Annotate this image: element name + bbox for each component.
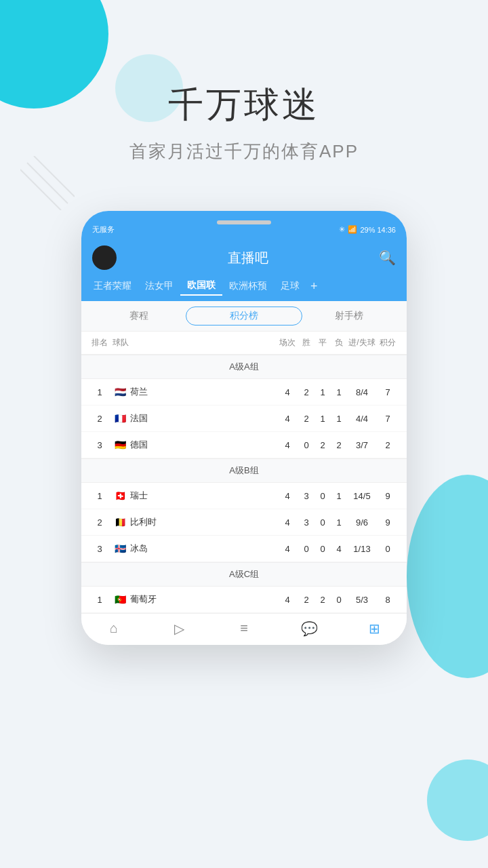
bottom-nav-more[interactable]: ⊞ xyxy=(342,620,407,638)
sub-tab-schedule[interactable]: 赛程 xyxy=(92,307,186,325)
table-row[interactable]: 1 🇳🇱 荷兰 4 2 1 1 8/4 7 xyxy=(81,379,407,406)
team-wins: 2 xyxy=(298,387,314,397)
phone-body: 无服务 ✳ 📶 29% 14:36 直播吧 🔍 王者荣耀 法女甲 欧国联 欧洲杯… xyxy=(81,211,407,645)
sub-tab-scorers[interactable]: 射手榜 xyxy=(302,307,396,325)
team-rank: 3 xyxy=(89,544,110,554)
battery-text: 29% 14:36 xyxy=(360,226,396,234)
team-flag: 🇮🇸 xyxy=(113,544,127,554)
team-name: 🇳🇱 荷兰 xyxy=(110,386,277,398)
team-name: 🇧🇪 比利时 xyxy=(110,516,277,528)
phone-notch xyxy=(217,220,271,224)
home-icon: ⌂ xyxy=(110,620,118,636)
team-flag: 🇨🇭 xyxy=(113,491,127,501)
team-rank: 1 xyxy=(89,491,110,501)
nav-tab-football[interactable]: 足球 xyxy=(274,277,306,295)
header-gd: 进/失球 xyxy=(347,337,377,349)
team-label: 葡萄牙 xyxy=(130,593,157,606)
nav-add-button[interactable]: + xyxy=(306,279,322,294)
status-bar: 无服务 ✳ 📶 29% 14:36 xyxy=(81,211,407,239)
team-pts: 9 xyxy=(377,517,399,528)
phone-mockup: 无服务 ✳ 📶 29% 14:36 直播吧 🔍 王者荣耀 法女甲 欧国联 欧洲杯… xyxy=(0,211,488,645)
team-flag: 🇩🇪 xyxy=(113,440,127,450)
comment-icon: 💬 xyxy=(301,620,318,637)
table-row[interactable]: 1 🇨🇭 瑞士 4 3 0 1 14/5 9 xyxy=(81,483,407,509)
team-pts: 7 xyxy=(377,414,399,424)
team-pts: 2 xyxy=(377,440,399,450)
team-rank: 1 xyxy=(89,595,110,605)
team-gd: 1/13 xyxy=(347,544,377,554)
table-row[interactable]: 3 🇩🇪 德国 4 0 2 2 3/7 2 xyxy=(81,432,407,458)
search-button[interactable]: 🔍 xyxy=(379,250,396,266)
bottom-nav-comment[interactable]: 💬 xyxy=(277,620,342,638)
team-label: 冰岛 xyxy=(130,542,148,555)
header-team: 球队 xyxy=(110,337,277,349)
nav-tabs: 王者荣耀 法女甲 欧国联 欧洲杯预 足球 + xyxy=(81,277,407,301)
team-losses: 0 xyxy=(331,595,347,605)
bg-decoration-circle-bottom-right xyxy=(427,760,488,841)
team-flag: 🇵🇹 xyxy=(113,595,127,605)
table-row[interactable]: 2 🇧🇪 比利时 4 3 0 1 9/6 9 xyxy=(81,509,407,536)
app-logo[interactable] xyxy=(92,245,117,270)
team-wins: 2 xyxy=(298,595,314,605)
team-rank: 1 xyxy=(89,387,110,397)
bottom-nav-home[interactable]: ⌂ xyxy=(81,620,146,638)
team-wins: 3 xyxy=(298,491,314,501)
bottom-nav-video[interactable]: ▷ xyxy=(146,620,211,638)
table-row[interactable]: 1 🇵🇹 葡萄牙 4 2 2 0 5/3 8 xyxy=(81,587,407,613)
nav-tab-ligue1[interactable]: 法女甲 xyxy=(138,277,180,295)
team-label: 比利时 xyxy=(130,516,157,528)
team-played: 4 xyxy=(277,387,298,397)
bottom-nav-news[interactable]: ≡ xyxy=(211,620,277,638)
team-name: 🇫🇷 法国 xyxy=(110,412,277,425)
table-row[interactable]: 3 🇮🇸 冰岛 4 0 0 4 1/13 0 xyxy=(81,536,407,562)
team-draws: 2 xyxy=(314,440,331,450)
header-l: 负 xyxy=(331,337,347,349)
status-battery-time: ✳ 📶 29% 14:36 xyxy=(339,225,396,234)
team-draws: 0 xyxy=(314,517,331,528)
team-played: 4 xyxy=(277,491,298,501)
more-icon: ⊞ xyxy=(369,620,380,637)
table-row[interactable]: 2 🇫🇷 法国 4 2 1 1 4/4 7 xyxy=(81,406,407,432)
header-pts: 积分 xyxy=(377,337,399,349)
team-pts: 8 xyxy=(377,595,399,605)
team-gd: 14/5 xyxy=(347,491,377,501)
team-label: 瑞士 xyxy=(130,490,148,502)
team-losses: 4 xyxy=(331,544,347,554)
bluetooth-icon: ✳ xyxy=(339,225,345,234)
team-pts: 0 xyxy=(377,544,399,554)
header-rank: 排名 xyxy=(89,337,110,349)
team-wins: 0 xyxy=(298,544,314,554)
app-header: 直播吧 🔍 xyxy=(81,239,407,277)
nav-tab-wangzhe[interactable]: 王者荣耀 xyxy=(87,277,138,295)
team-rank: 2 xyxy=(89,517,110,528)
team-gd: 3/7 xyxy=(347,440,377,450)
team-flag: 🇳🇱 xyxy=(113,387,127,397)
bottom-nav: ⌂ ▷ ≡ 💬 ⊞ xyxy=(81,613,407,645)
status-signal: 无服务 xyxy=(92,224,115,235)
team-played: 4 xyxy=(277,544,298,554)
nav-tab-euro[interactable]: 欧洲杯预 xyxy=(222,277,274,295)
sub-tabs: 赛程 积分榜 射手榜 xyxy=(81,301,407,332)
group-header: A级A组 xyxy=(81,355,407,379)
hero-section: 千万球迷 首家月活过千万的体育APP xyxy=(0,0,488,184)
team-losses: 2 xyxy=(331,440,347,450)
standings-table: A级A组 1 🇳🇱 荷兰 4 2 1 1 8/4 7 2 🇫🇷 法国 4 2 1… xyxy=(81,355,407,613)
team-draws: 2 xyxy=(314,595,331,605)
team-played: 4 xyxy=(277,595,298,605)
team-pts: 9 xyxy=(377,491,399,501)
team-name: 🇮🇸 冰岛 xyxy=(110,542,277,555)
team-gd: 4/4 xyxy=(347,414,377,424)
table-header: 排名 球队 场次 胜 平 负 进/失球 积分 xyxy=(81,332,407,355)
team-gd: 9/6 xyxy=(347,517,377,528)
team-losses: 1 xyxy=(331,491,347,501)
hero-title: 千万球迷 xyxy=(27,81,461,129)
team-rank: 3 xyxy=(89,440,110,450)
team-losses: 1 xyxy=(331,387,347,397)
nav-tab-uefanl[interactable]: 欧国联 xyxy=(180,277,222,296)
news-icon: ≡ xyxy=(240,620,248,636)
sub-tab-standings[interactable]: 积分榜 xyxy=(186,307,302,326)
team-name: 🇵🇹 葡萄牙 xyxy=(110,593,277,606)
team-gd: 5/3 xyxy=(347,595,377,605)
team-draws: 1 xyxy=(314,414,331,424)
group-header: A级C组 xyxy=(81,562,407,587)
